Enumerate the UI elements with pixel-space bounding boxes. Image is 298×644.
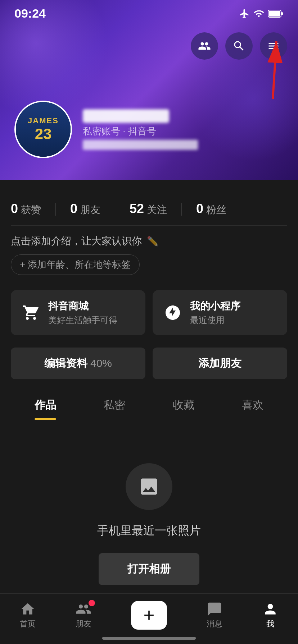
- jersey-name: JAMES: [28, 116, 59, 125]
- messages-icon: [207, 601, 222, 617]
- mini-program-icon: [163, 303, 183, 323]
- menu-button[interactable]: [260, 32, 287, 60]
- tab-favorites-label: 收藏: [173, 399, 194, 411]
- following-count: 52: [130, 201, 144, 216]
- stat-divider-3: [181, 203, 182, 216]
- status-icons: [239, 8, 284, 19]
- tab-works[interactable]: 作品: [11, 389, 80, 420]
- empty-icon-wrapper: [126, 463, 172, 510]
- airplane-icon: [239, 8, 250, 19]
- add-friend-button[interactable]: 添加朋友: [153, 348, 287, 379]
- username-blurred: [83, 109, 169, 123]
- stats-row: 0 获赞 0 朋友 52 关注 0 粉丝: [11, 190, 287, 226]
- nav-friends[interactable]: 朋友: [76, 601, 91, 629]
- nav-add[interactable]: [131, 601, 167, 630]
- friends-icon-button[interactable]: [191, 32, 218, 60]
- user-info: JAMES 23 私密账号 · 抖音号: [14, 101, 198, 158]
- add-content-button[interactable]: [131, 601, 167, 630]
- plus-icon: [141, 607, 157, 623]
- stat-likes[interactable]: 0 获赞: [11, 201, 41, 217]
- edit-bio-icon: ✏️: [147, 236, 158, 247]
- jersey-graphic: JAMES 23: [16, 102, 71, 157]
- nav-messages[interactable]: 消息: [207, 601, 222, 629]
- main-content: 0 获赞 0 朋友 52 关注 0 粉丝 点击添加介绍，让大家认识你 ✏️ + …: [0, 180, 298, 644]
- followers-count: 0: [196, 201, 203, 216]
- search-button[interactable]: [225, 32, 253, 60]
- tab-likes[interactable]: 喜欢: [218, 389, 287, 420]
- likes-label: 获赞: [21, 203, 41, 217]
- empty-state: 手机里最近一张照片 打开相册: [11, 420, 287, 614]
- tab-works-label: 作品: [35, 399, 56, 411]
- nav-friends-label: 朋友: [76, 618, 91, 629]
- add-friend-label: 添加朋友: [198, 356, 241, 371]
- mini-program-title: 我的小程序: [190, 299, 240, 313]
- nav-me[interactable]: 我: [262, 601, 278, 629]
- stat-divider-2: [115, 203, 115, 216]
- battery-icon: [268, 9, 284, 18]
- profile-header: JAMES 23 私密账号 · 抖音号: [0, 0, 298, 180]
- home-icon: [20, 601, 36, 617]
- add-tag-button[interactable]: + 添加年龄、所在地等标签: [11, 254, 140, 275]
- nav-messages-label: 消息: [207, 618, 222, 629]
- tab-private[interactable]: 私密: [80, 389, 149, 420]
- status-bar: 09:24: [0, 0, 298, 24]
- empty-title: 手机里最近一张照片: [97, 523, 201, 539]
- tab-private-label: 私密: [104, 399, 125, 411]
- feature-row: 抖音商城 美好生活触手可得 我的小程序 最近使用: [11, 281, 287, 344]
- wifi-icon: [253, 8, 264, 19]
- avatar[interactable]: JAMES 23: [14, 101, 72, 158]
- mini-program-card[interactable]: 我的小程序 最近使用: [153, 290, 287, 335]
- tab-likes-label: 喜欢: [242, 399, 263, 411]
- edit-profile-button[interactable]: 编辑资料 40%: [11, 348, 145, 379]
- nav-home-label: 首页: [20, 618, 36, 629]
- edit-percent: 40%: [90, 357, 112, 369]
- status-time: 09:24: [14, 6, 46, 20]
- privacy-label: 私密账号 · 抖音号: [83, 125, 156, 138]
- bottom-nav: 首页 朋友 消息 我: [0, 593, 298, 644]
- mall-subtitle: 美好生活触手可得: [48, 314, 117, 326]
- mini-program-text: 我的小程序 最近使用: [190, 299, 240, 326]
- jersey-number: 23: [28, 125, 59, 143]
- user-text-info: 私密账号 · 抖音号: [83, 109, 198, 150]
- bio-section: 点击添加介绍，让大家认识你 ✏️ + 添加年龄、所在地等标签: [11, 226, 287, 281]
- home-indicator: [102, 637, 196, 640]
- profile-nav-icon: [262, 601, 278, 617]
- stat-friends[interactable]: 0 朋友: [70, 201, 100, 217]
- friends-label: 朋友: [80, 203, 100, 217]
- bio-placeholder[interactable]: 点击添加介绍，让大家认识你 ✏️: [11, 234, 287, 248]
- nav-home[interactable]: 首页: [20, 601, 36, 629]
- douyin-mall-card[interactable]: 抖音商城 美好生活触手可得: [11, 290, 145, 335]
- action-buttons: 编辑资料 40% 添加朋友: [11, 344, 287, 389]
- stat-divider-1: [55, 203, 56, 216]
- header-actions: [191, 32, 287, 60]
- mall-title: 抖音商城: [48, 299, 117, 313]
- following-label: 关注: [147, 203, 167, 217]
- nav-me-label: 我: [266, 618, 274, 629]
- mall-text: 抖音商城 美好生活触手可得: [48, 299, 117, 326]
- user-sub-info: 私密账号 · 抖音号: [83, 125, 198, 138]
- mini-program-subtitle: 最近使用: [190, 314, 240, 326]
- avatar-image: JAMES 23: [16, 102, 71, 157]
- cart-icon: [21, 303, 41, 323]
- svg-rect-2: [269, 11, 280, 17]
- bio-text: 点击添加介绍，让大家认识你: [11, 234, 142, 248]
- svg-rect-1: [281, 12, 283, 15]
- tabs-row: 作品 私密 收藏 喜欢: [0, 389, 298, 420]
- add-tag-label: + 添加年龄、所在地等标签: [20, 258, 131, 271]
- tab-favorites[interactable]: 收藏: [149, 389, 218, 420]
- photo-icon: [138, 476, 160, 497]
- likes-count: 0: [11, 201, 18, 216]
- followers-label: 粉丝: [206, 203, 226, 217]
- stat-followers[interactable]: 0 粉丝: [196, 201, 226, 217]
- douyin-id-blurred: [83, 140, 198, 150]
- edit-label: 编辑资料: [44, 356, 87, 371]
- friends-badge: [89, 600, 95, 606]
- open-album-button[interactable]: 打开相册: [99, 553, 199, 585]
- stat-following[interactable]: 52 关注: [130, 201, 167, 217]
- friends-count: 0: [70, 201, 77, 216]
- open-album-label: 打开相册: [127, 563, 171, 575]
